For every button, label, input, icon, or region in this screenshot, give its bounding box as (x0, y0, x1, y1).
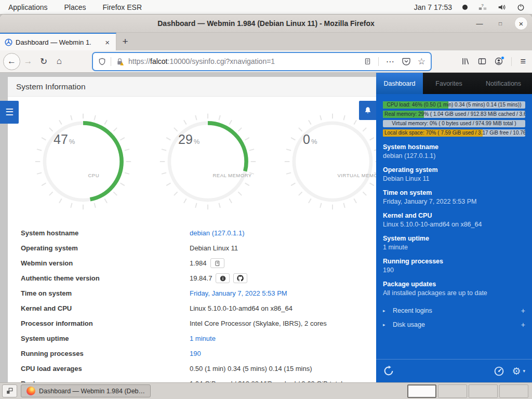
workspace-2[interactable] (438, 384, 467, 398)
new-tab-button[interactable]: + (116, 33, 134, 50)
disk-space-meter: Local disk space: 70% ( 7.59 GiB used / … (383, 129, 525, 137)
clock[interactable]: Jan 7 17:53 (414, 3, 452, 11)
hamburger-icon: ☰ (5, 107, 14, 118)
tab-favorites[interactable]: Favorites (423, 73, 475, 94)
info-icon (220, 275, 226, 282)
workspace-1[interactable] (407, 384, 436, 398)
tab-dashboard[interactable]: Dashboard — Webmin 1. × (0, 33, 116, 50)
disk-usage-toggle[interactable]: ▸ Disk usage + (383, 317, 525, 331)
show-desktop-button[interactable] (2, 384, 17, 397)
meters: CPU load: 46% (0.50 (1 min) 0.34 (5 mins… (383, 101, 525, 137)
cpu-gauge: 47% CPU (34, 112, 132, 211)
sidebar-collapsibles: ▸ Recent logins + ▸ Disk usage + (383, 303, 525, 331)
workspace-switcher (407, 384, 530, 398)
insecure-lock-icon[interactable] (116, 58, 124, 65)
back-button[interactable]: ← (3, 53, 20, 70)
status-dot-icon (462, 5, 468, 10)
volume-icon[interactable] (498, 4, 507, 11)
places-menu[interactable]: Places (56, 0, 95, 14)
sidebars-icon[interactable] (478, 57, 486, 65)
gauges-row: 47% CPU 29% REAL MEMORY (8, 112, 376, 211)
taskbar-window-button[interactable]: Dashboard — Webmin 1.984 (Deb… (21, 384, 151, 397)
applications-menu[interactable]: Applications (0, 0, 56, 14)
dashboard-gauge-icon[interactable] (494, 366, 504, 377)
hostname-link[interactable]: debian (127.0.1.1) (190, 229, 376, 237)
expand-plus-icon[interactable]: + (521, 307, 525, 315)
page-title: System Information (8, 77, 376, 97)
forward-button[interactable]: → (20, 54, 36, 69)
sidebar-info: System hostname debian (127.0.1.1) Opera… (383, 143, 525, 297)
tab-notifications[interactable]: Notifications (475, 73, 532, 94)
page-actions-icon[interactable]: ⋯ (386, 57, 395, 66)
recent-logins-toggle[interactable]: ▸ Recent logins + (383, 303, 525, 317)
system-info-table: System hostname debian (127.0.1.1) Opera… (21, 225, 376, 382)
gear-icon[interactable]: ⚙ (512, 365, 521, 377)
table-row: Webmin version 1.984 (21, 256, 376, 271)
show-desktop-icon (6, 388, 13, 394)
maximize-button[interactable]: □ (494, 17, 507, 30)
table-row: Authentic theme version 19.84.7 (21, 271, 376, 286)
list-item: Time on system Friday, January 7, 2022 5… (383, 189, 525, 205)
pocket-icon[interactable] (402, 57, 410, 65)
expand-plus-icon[interactable]: + (521, 321, 525, 329)
navigation-toolbar: ← → ↻ ⌂ https://falcot:10000/sysinfo.cgi… (0, 50, 532, 73)
reader-view-icon[interactable] (364, 58, 371, 65)
virtual-memory-gauge: 0% VIRTUAL MEMORY (283, 112, 376, 211)
table-row: Operating system Debian Linux 11 (21, 241, 376, 256)
reload-button[interactable]: ↻ (36, 54, 51, 69)
tracking-shield-icon[interactable] (98, 58, 106, 65)
home-button[interactable]: ⌂ (51, 54, 67, 69)
notifications-bell-button[interactable] (359, 101, 376, 120)
window-titlebar[interactable]: Dashboard — Webmin 1.984 (Debian Linux 1… (0, 15, 532, 33)
minimize-button[interactable]: — (473, 17, 486, 30)
caret-down-icon[interactable]: ▾ (523, 368, 525, 374)
processes-link[interactable]: 190 (190, 350, 376, 357)
workspace-3[interactable] (469, 384, 498, 398)
table-row: Real memory 1.04 GiB used / 912.83 MiB c… (21, 376, 376, 382)
list-item: System uptime 1 minute (383, 235, 525, 251)
workspace-4[interactable] (499, 384, 528, 398)
close-button[interactable]: × (514, 17, 528, 30)
divider (111, 57, 111, 66)
app-menu-icon[interactable]: ≡ (520, 56, 526, 67)
sidebar-tabs: Dashboard Favorites Notifications (376, 73, 532, 94)
webmin-favicon-icon (5, 38, 12, 46)
uptime-link[interactable]: 1 minute (190, 335, 376, 342)
tab-dashboard-panel[interactable]: Dashboard (376, 73, 423, 94)
url-bar[interactable]: https://falcot:10000/sysinfo.cgi?xnaviga… (93, 53, 431, 70)
power-icon[interactable] (517, 3, 525, 11)
github-icon (237, 275, 244, 282)
caret-right-icon: ▸ (383, 322, 390, 327)
tab-title: Dashboard — Webmin 1. (16, 38, 100, 46)
webmin-page: System Information 47% CPU (0, 73, 376, 382)
gauge-label: CPU (88, 172, 100, 178)
network-icon[interactable]: ? (478, 3, 487, 11)
refresh-icon[interactable] (383, 365, 394, 377)
desktop-top-bar: Applications Places Firefox ESR Jan 7 17… (0, 0, 532, 15)
divider (378, 57, 379, 66)
url-text[interactable]: https://falcot:10000/sysinfo.cgi?xnaviga… (128, 57, 360, 65)
firefox-window: Dashboard — Webmin 1.984 (Debian Linux 1… (0, 15, 532, 382)
theme-info-button[interactable] (216, 273, 230, 283)
gauge-label: VIRTUAL MEMORY (338, 172, 377, 178)
changelog-button[interactable] (210, 258, 224, 268)
bookmark-star-icon[interactable]: ☆ (418, 56, 425, 67)
list-item: Package updates All installed packages a… (383, 281, 525, 297)
firefox-esr-menu[interactable]: Firefox ESR (95, 0, 150, 14)
list-item: Running processes 190 (383, 258, 525, 274)
table-row: Kernel and CPU Linux 5.10.0-10-amd64 on … (21, 301, 376, 316)
dashboard-sidebar: Dashboard Favorites Notifications CPU lo… (376, 73, 532, 382)
table-row: Time on system Friday, January 7, 2022 5… (21, 286, 376, 301)
divider (511, 57, 512, 66)
sidebar-toggle-button[interactable]: ☰ (0, 101, 19, 124)
bottom-taskbar: Dashboard — Webmin 1.984 (Deb… (0, 382, 532, 399)
table-row: System hostname debian (127.0.1.1) (21, 225, 376, 241)
real-memory-gauge: 29% REAL MEMORY (158, 112, 257, 211)
real-memory-meter: Real memory: 29% ( 1.04 GiB used / 912.8… (383, 111, 525, 118)
tab-close-icon[interactable]: × (103, 38, 111, 47)
time-link[interactable]: Friday, January 7, 2022 5:53 PM (190, 289, 376, 297)
changelog-icon (215, 260, 220, 267)
theme-github-button[interactable] (233, 273, 247, 283)
library-icon[interactable] (461, 57, 470, 65)
table-row: System uptime 1 minute (21, 331, 376, 346)
